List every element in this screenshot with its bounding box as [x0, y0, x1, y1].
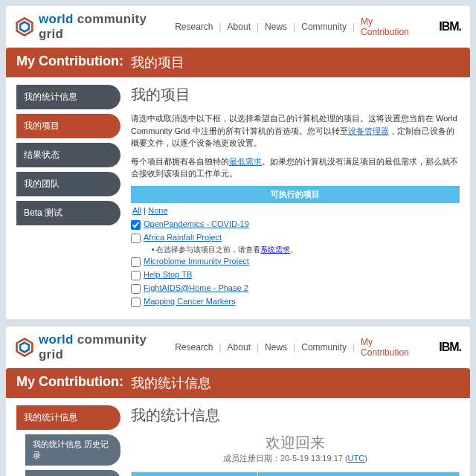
- project-note: • 在选择参与该项目之前，请查看系统需求。: [131, 245, 460, 255]
- sidebar-item[interactable]: 结果状态: [16, 143, 120, 167]
- sidebar-item[interactable]: 我的统计信息 历史记录: [25, 434, 120, 466]
- logo[interactable]: world community grid: [15, 12, 175, 42]
- logo-text: world community grid: [39, 12, 175, 42]
- project-link[interactable]: Help Stop TB: [144, 270, 192, 279]
- nav-research[interactable]: Research: [175, 342, 213, 353]
- nav-news[interactable]: News: [265, 342, 287, 353]
- filter-all[interactable]: All: [132, 206, 141, 215]
- min-req-link[interactable]: 最低需求: [229, 157, 262, 166]
- filter-none[interactable]: None: [148, 206, 167, 215]
- main-heading: 我的统计信息: [131, 405, 460, 425]
- project-link[interactable]: OpenPandemics - COVID-19: [144, 219, 249, 228]
- project-checkbox[interactable]: [131, 234, 141, 243]
- logo-icon: [15, 338, 34, 357]
- nav-my-contribution[interactable]: My Contribution: [361, 16, 422, 37]
- logo[interactable]: world community grid: [15, 332, 175, 362]
- device-manager-link[interactable]: 设备管理器: [348, 126, 389, 135]
- project-link[interactable]: Mapping Cancer Markers: [144, 297, 236, 306]
- nav-news[interactable]: News: [265, 22, 287, 32]
- nav-community[interactable]: Community: [301, 342, 347, 353]
- title-text: 我的统计信息: [131, 374, 211, 392]
- sidebar-item[interactable]: Beta 测试: [16, 201, 120, 225]
- title-prefix: My Contribution:: [16, 374, 123, 392]
- main-nav: Research|About|News|Community|My Contrib…: [175, 16, 461, 37]
- ibm-logo: IBM.: [439, 20, 461, 33]
- filter-links: All | None: [131, 203, 460, 218]
- utc-link[interactable]: UTC: [348, 454, 365, 463]
- nav-about[interactable]: About: [228, 342, 251, 353]
- sidebar-item[interactable]: 设备统计信息: [25, 470, 120, 477]
- sidebar-item[interactable]: 我的项目: [16, 114, 120, 138]
- main-nav: Research|About|News|Community|My Contrib…: [175, 337, 461, 358]
- project-checkbox[interactable]: [131, 220, 141, 230]
- project-checkbox[interactable]: [131, 284, 141, 294]
- projects-header: 可执行的项目: [131, 186, 460, 203]
- svg-marker-3: [20, 342, 29, 352]
- page-title-bar: My Contribution: 我的统计信息: [6, 368, 470, 398]
- project-row: Microbiome Immunity Project: [131, 255, 460, 268]
- welcome-block: 欢迎回来 成员注册日期：20-5-19 13:19:17 (UTC): [131, 433, 460, 464]
- sidebar-item[interactable]: 我的统计信息: [16, 85, 120, 109]
- sidebar-item[interactable]: 我的团队: [16, 172, 120, 196]
- project-link[interactable]: Microbiome Immunity Project: [144, 257, 249, 266]
- svg-marker-1: [20, 22, 29, 32]
- page-title-bar: My Contribution: 我的项目: [6, 48, 470, 77]
- project-link[interactable]: Africa Rainfall Project: [144, 233, 222, 242]
- svg-marker-0: [17, 18, 33, 35]
- logo-text: world community grid: [39, 332, 175, 362]
- nav-research[interactable]: Research: [175, 22, 213, 32]
- project-list: OpenPandemics - COVID-19Africa Rainfall …: [131, 218, 460, 309]
- main-heading: 我的项目: [131, 85, 460, 105]
- sidebar: 我的统计信息我的统计信息 历史记录设备统计信息我的项目结果状态我的团队Beta …: [16, 405, 120, 477]
- project-row: FightAIDS@Home - Phase 2: [131, 282, 460, 295]
- project-row: OpenPandemics - COVID-19: [131, 218, 460, 231]
- project-row: Help Stop TB: [131, 268, 460, 282]
- sidebar-item[interactable]: 我的统计信息: [16, 405, 120, 430]
- project-checkbox[interactable]: [131, 257, 141, 267]
- ibm-logo: IBM.: [439, 341, 461, 354]
- nav-my-contribution[interactable]: My Contribution: [361, 337, 422, 358]
- title-prefix: My Contribution:: [16, 54, 123, 71]
- nav-about[interactable]: About: [228, 22, 251, 32]
- intro-para-1: 请选中或取消选中以下框，以选择希望自己的计算机处理的项目。这将设置您当前在 Wo…: [131, 112, 460, 149]
- nav-community[interactable]: Community: [301, 22, 347, 32]
- sys-req-link[interactable]: 系统需求: [260, 245, 290, 254]
- project-checkbox[interactable]: [131, 271, 141, 280]
- my-team-header: 我的团队: [258, 472, 459, 477]
- my-stats-header: 我的统计信息: [132, 472, 257, 477]
- project-row: Mapping Cancer Markers: [131, 295, 460, 309]
- svg-marker-2: [17, 338, 33, 356]
- project-row: Africa Rainfall Project: [131, 231, 460, 245]
- title-text: 我的项目: [131, 54, 184, 71]
- intro-para-2: 每个项目都拥有各自独特的最低需求。如果您的计算机没有满足项目的最低需求，那么就不…: [131, 155, 460, 180]
- sidebar: 我的统计信息我的项目结果状态我的团队Beta 测试: [16, 85, 120, 309]
- logo-icon: [15, 17, 34, 36]
- project-link[interactable]: FightAIDS@Home - Phase 2: [144, 283, 248, 292]
- project-checkbox[interactable]: [131, 298, 141, 307]
